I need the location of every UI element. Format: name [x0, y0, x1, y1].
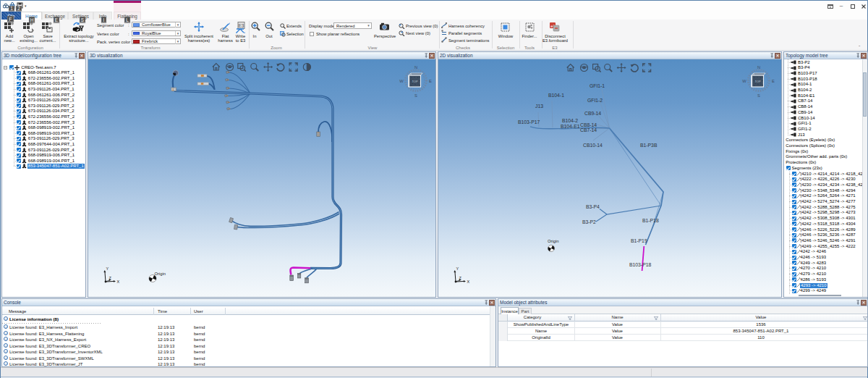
svg-text:Origin: Origin	[155, 272, 166, 276]
svg-text:B104-E1: B104-E1	[561, 124, 580, 129]
svg-text:S: S	[757, 93, 760, 98]
svg-text:J13: J13	[535, 104, 543, 109]
svg-text:E: E	[429, 79, 432, 83]
svg-text:N: N	[414, 65, 417, 70]
svg-text:X: X	[117, 280, 120, 284]
svg-text:E: E	[772, 79, 775, 83]
svg-text:B104-2: B104-2	[562, 118, 578, 123]
svg-text:CB10-14: CB10-14	[583, 143, 603, 148]
svg-text:CB8-14: CB8-14	[580, 122, 597, 127]
svg-text:B1-P3B: B1-P3B	[640, 143, 658, 148]
svg-text:B1-P19: B1-P19	[631, 238, 647, 243]
svg-text:E3: E3	[239, 23, 244, 28]
svg-text:B103-P18: B103-P18	[629, 262, 651, 267]
svg-text:B1-P18: B1-P18	[642, 218, 659, 223]
svg-text:B103-P17: B103-P17	[518, 119, 540, 125]
svg-text:B3-P2: B3-P2	[582, 219, 596, 224]
svg-text:N: N	[757, 65, 760, 70]
svg-text:TOP: TOP	[754, 80, 760, 83]
svg-text:Origin: Origin	[548, 239, 558, 243]
svg-text:W: W	[742, 79, 746, 83]
svg-text:GFI1-2: GFI1-2	[587, 98, 603, 103]
svg-text:Y: Y	[456, 266, 459, 271]
svg-text:GFI1-1: GFI1-1	[590, 83, 605, 88]
svg-text:TOP: TOP	[412, 80, 417, 83]
svg-text:Y: Y	[106, 266, 109, 271]
svg-text:W: W	[399, 79, 404, 83]
svg-text:B3-P4: B3-P4	[586, 204, 600, 209]
svg-text:S: S	[414, 93, 417, 98]
svg-text:B104-1: B104-1	[548, 93, 564, 98]
svg-text:X: X	[467, 280, 470, 284]
svg-text:CB7-14: CB7-14	[580, 127, 597, 133]
svg-text:CB9-14: CB9-14	[584, 111, 601, 116]
